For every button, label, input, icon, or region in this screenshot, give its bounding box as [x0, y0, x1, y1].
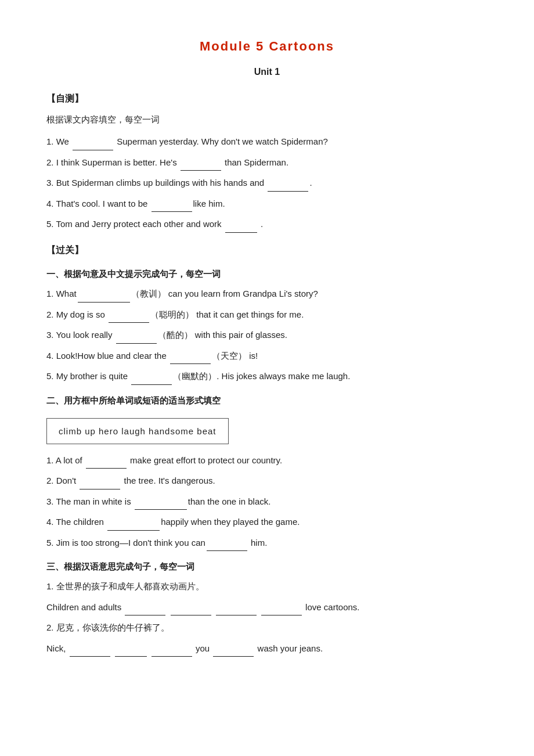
sub2-q2: 2. Don't the tree. It's dangerous.	[46, 473, 488, 489]
blank-sub3-1d	[261, 605, 302, 615]
blank-sub1-2	[109, 312, 149, 323]
sub2-label: 二、用方框中所给单词或短语的适当形式填空	[46, 393, 488, 409]
sub3-q2-zh: 2. 尼克，你该洗你的牛仔裤了。	[46, 620, 488, 636]
blank-zice-5	[225, 222, 257, 233]
blank-sub2-4	[107, 520, 160, 531]
zice-q1: 1. We Superman yesterday. Why don't we w…	[46, 134, 488, 150]
zice-q4: 4. That's cool. I want to be like him.	[46, 196, 488, 213]
blank-sub1-3	[116, 333, 157, 344]
sub2-q4: 4. The children happily when they played…	[46, 514, 488, 531]
sub1-q2: 2. My dog is so （聪明的） that it can get th…	[46, 307, 488, 323]
zice-instruction: 根据课文内容填空，每空一词	[46, 112, 488, 128]
sub2-q1: 1. A lot of make great effort to protect…	[46, 452, 488, 469]
blank-sub2-2	[80, 479, 120, 489]
blank-sub3-2d	[213, 646, 254, 657]
blank-zice-3	[268, 181, 308, 192]
sub2-q3: 3. The man in white is than the one in b…	[46, 494, 488, 510]
section-zice: 【自测】 根据课文内容填空，每空一词 1. We Superman yester…	[46, 91, 488, 232]
sub3-q1-zh: 1. 全世界的孩子和成年人都喜欢动画片。	[46, 578, 488, 595]
zice-heading: 【自测】	[46, 91, 488, 107]
unit-title: Unit 1	[46, 64, 488, 81]
guoguan-heading: 【过关】	[46, 242, 488, 259]
sub3-q1-en: Children and adults love cartoons.	[46, 599, 488, 616]
sub1-q5: 5. My brother is quite （幽默的）. His jokes …	[46, 368, 488, 385]
blank-sub3-2a	[70, 646, 110, 657]
blank-zice-4	[151, 201, 192, 212]
blank-sub3-2c	[151, 646, 192, 657]
blank-sub3-1c	[216, 605, 257, 615]
blank-sub2-1	[86, 458, 127, 469]
blank-zice-2	[181, 160, 221, 171]
word-box: climb up hero laugh handsome beat	[46, 418, 229, 444]
sub1-q1: 1. What（教训） can you learn from Grandpa L…	[46, 286, 488, 303]
section-guoguan: 【过关】 一、根据句意及中文提示完成句子，每空一词 1. What（教训） ca…	[46, 242, 488, 657]
blank-sub3-2b	[115, 646, 147, 657]
sub3-q2-en: Nick, you wash your jeans.	[46, 640, 488, 657]
blank-sub3-1b	[171, 605, 211, 615]
blank-sub2-5	[207, 541, 247, 551]
sub1-label: 一、根据句意及中文提示完成句子，每空一词	[46, 267, 488, 282]
sub1-q4: 4. Look!How blue and clear the （天空） is!	[46, 348, 488, 365]
sub2-q5: 5. Jim is too strong—I don't think you c…	[46, 535, 488, 552]
blank-sub1-5	[131, 375, 172, 385]
zice-q2: 2. I think Superman is better. He's than…	[46, 154, 488, 171]
blank-sub3-1a	[125, 605, 165, 615]
zice-q5: 5. Tom and Jerry protect each other and …	[46, 216, 488, 233]
zice-q3: 3. But Spiderman climbs up buildings wit…	[46, 175, 488, 192]
blank-sub1-4	[170, 354, 211, 364]
page-title: Module 5 Cartoons	[46, 35, 488, 58]
blank-sub1-1	[78, 292, 130, 303]
blank-zice-1	[73, 140, 113, 150]
sub3-label: 三、根据汉语意思完成句子，每空一词	[46, 559, 488, 575]
blank-sub2-3	[135, 499, 187, 510]
sub1-q3: 3. You look really （酷的） with this pair o…	[46, 327, 488, 344]
